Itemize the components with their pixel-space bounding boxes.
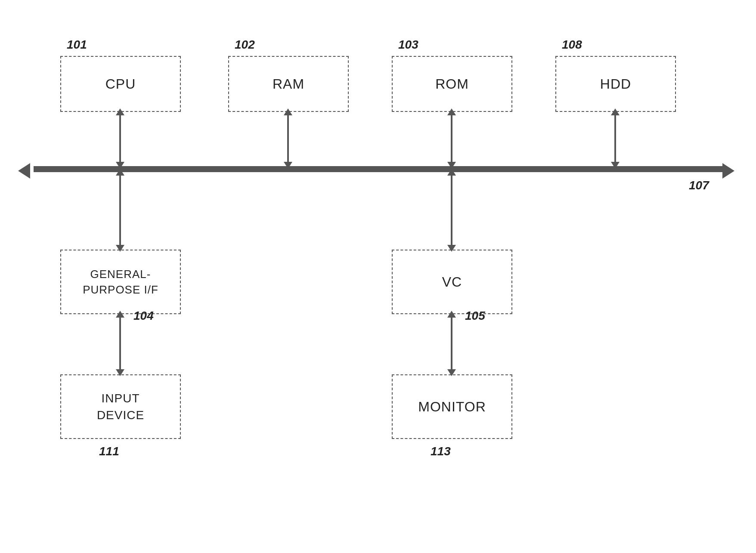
cpu-label: CPU (105, 76, 136, 92)
vc-to-monitor-arrow-down (447, 369, 456, 376)
gp-if-label: GENERAL-PURPOSE I/F (83, 266, 158, 298)
hdd-box: HDD (555, 56, 676, 112)
cpu-connector (119, 112, 121, 164)
hdd-arrow-up (611, 108, 620, 115)
gpif-to-input-connector (119, 314, 121, 371)
rom-connector (451, 112, 452, 164)
gpif-arrow-down (116, 245, 124, 252)
gpif-ref: 104 (133, 309, 154, 323)
input-device-ref: 111 (99, 445, 119, 458)
rom-arrow-down (447, 162, 456, 169)
input-device-label: INPUTDEVICE (97, 390, 144, 423)
monitor-box: MONITOR (392, 374, 512, 439)
rom-box: ROM (392, 56, 512, 112)
gpif-connector-up (119, 172, 121, 247)
vc-ref: 105 (465, 309, 485, 323)
ram-arrow-down (284, 162, 292, 169)
gpif-to-input-arrow-up (116, 311, 124, 318)
ram-connector (287, 112, 289, 164)
ram-box: RAM (228, 56, 349, 112)
cpu-box: CPU (60, 56, 181, 112)
vc-connector-up (451, 172, 452, 247)
gp-if-box: GENERAL-PURPOSE I/F (60, 250, 181, 314)
vc-arrow-up (447, 169, 456, 176)
hdd-arrow-down (611, 162, 620, 169)
input-device-box: INPUTDEVICE (60, 374, 181, 439)
cpu-ref: 101 (67, 38, 87, 52)
monitor-ref: 113 (431, 445, 451, 458)
rom-label: ROM (435, 76, 469, 92)
bus-arrow-left (18, 163, 30, 179)
ram-ref: 102 (235, 38, 255, 52)
diagram-container: 107 CPU 101 RAM 102 ROM 103 HDD 108 GENE… (0, 0, 756, 553)
rom-arrow-up (447, 108, 456, 115)
monitor-label: MONITOR (418, 399, 486, 415)
vc-to-monitor-arrow-up (447, 311, 456, 318)
bus-arrow-right (722, 163, 734, 179)
rom-ref: 103 (398, 38, 418, 52)
cpu-arrow-up (116, 108, 124, 115)
vc-arrow-down (447, 245, 456, 252)
hdd-label: HDD (600, 76, 631, 92)
hdd-connector (614, 112, 616, 164)
vc-label: VC (442, 274, 462, 290)
hdd-ref: 108 (562, 38, 582, 52)
gpif-arrow-up (116, 169, 124, 176)
gpif-to-input-arrow-down (116, 369, 124, 376)
vc-box: VC (392, 250, 512, 314)
bus-ref-label: 107 (689, 179, 709, 192)
ram-arrow-up (284, 108, 292, 115)
cpu-arrow-down (116, 162, 124, 169)
ram-label: RAM (273, 76, 304, 92)
vc-to-monitor-connector (451, 314, 452, 371)
